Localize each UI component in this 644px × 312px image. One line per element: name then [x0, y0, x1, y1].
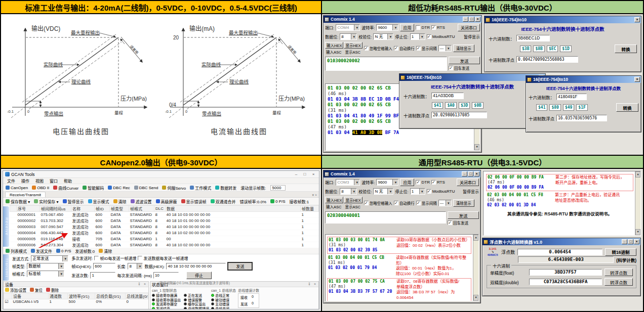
close-port-button[interactable]: 关闭串口 — [458, 24, 480, 31]
close-button[interactable] — [634, 17, 640, 22]
work-item[interactable]: 工作模式 — [190, 185, 211, 191]
port-select[interactable]: COM4 — [336, 24, 360, 31]
toolbar-item[interactable]: 发送帧数:0 — [75, 248, 95, 254]
column-header[interactable]: 帧数量 — [301, 206, 319, 212]
show-asc-option[interactable]: 显示ASC — [344, 204, 362, 209]
frame-id-input[interactable]: 600 — [93, 263, 115, 270]
table-row[interactable]: 00000001075.067.450发送成功600DATASTANDARD84… — [10, 212, 319, 218]
menu-item[interactable]: 帮助 — [64, 178, 72, 184]
maximize-button[interactable] — [468, 171, 473, 176]
title-bar[interactable]: Commix 1.4 — [324, 170, 480, 177]
maximize-button[interactable] — [628, 239, 633, 244]
parity-select[interactable]: N 无 — [373, 33, 393, 40]
listm-item[interactable]: 列表模式 — [6, 248, 27, 254]
convert-button[interactable]: 转换 — [615, 44, 637, 53]
dtr-checkbox[interactable]: DTR — [416, 25, 429, 30]
length-select[interactable]: 8 — [128, 263, 143, 270]
del-item[interactable]: 删除 — [46, 287, 59, 293]
hex-input[interactable]: 41A03D0B — [431, 93, 464, 99]
enter-send-checkbox[interactable]: 回车发送 — [449, 65, 480, 71]
menu-item[interactable]: 窗口 — [50, 178, 58, 184]
double-to-float-button[interactable]: 转浮点数 — [605, 278, 633, 286]
send-frame-button[interactable]: 发送 — [227, 262, 253, 271]
tab-receive-vertical[interactable]: Receive — [3, 206, 9, 247]
send-times-input[interactable]: 1 — [90, 272, 115, 279]
title-bar[interactable]: GCAN Tools – □ × — [3, 171, 319, 178]
title-bar[interactable]: 16(IEEE-754)to10 — [399, 74, 545, 81]
column-header[interactable]: 帧ID — [95, 206, 110, 212]
sendf-item[interactable]: 发送文件 — [31, 248, 52, 254]
send-input[interactable]: 020300040001 — [325, 211, 446, 224]
column-header[interactable]: 总线流量(0/1) — [126, 293, 148, 299]
stopbits-select[interactable]: 1 — [410, 33, 425, 40]
column-header[interactable]: DLC — [154, 206, 166, 212]
tab-receive-transmit[interactable]: Receive/Transmit — [5, 192, 46, 197]
maximize-button[interactable]: □ — [301, 172, 308, 176]
pause-display-button[interactable]: 暂停显示 — [463, 189, 479, 194]
column-header[interactable]: 数据 — [166, 206, 301, 212]
input-asc-option[interactable]: 输入ASC — [325, 49, 343, 55]
maximize-button[interactable] — [469, 17, 474, 22]
parity-select[interactable]: N 无 — [373, 188, 393, 195]
column-header[interactable]: 帧格式 — [129, 206, 154, 212]
input-hex-option[interactable]: 输入HEX — [325, 197, 343, 203]
canopen-item[interactable]: CanOpen — [6, 185, 28, 191]
dtr-checkbox[interactable]: DTR — [416, 180, 429, 185]
table-row[interactable]: 00000003007.090.547发送成功600DATASTANDARD84… — [10, 224, 319, 230]
show-asc-option[interactable]: 显示ASC — [344, 49, 362, 55]
toolbar-item[interactable]: 错误帧率:0.0% — [240, 199, 266, 204]
rtsave-item[interactable]: 实时保存 ▾ — [34, 199, 58, 204]
frame-format-select[interactable]: 标准帧 — [27, 271, 64, 277]
to-hex-button[interactable]: 转16进制 — [605, 248, 636, 256]
column-header[interactable]: 通道数 — [49, 293, 68, 299]
databits-select[interactable]: 8 — [340, 188, 357, 195]
rts-checkbox[interactable]: RTS — [431, 25, 445, 30]
stopbits-select[interactable]: 1 — [410, 188, 425, 195]
column-header[interactable]: 帧间隔时间us — [40, 206, 71, 212]
frame-type-select[interactable]: 数据帧 — [27, 263, 64, 270]
serial-output-area[interactable]: 01 03 00 03 00 01 74 0A(31 ms)01 03 02 0… — [325, 234, 479, 301]
baud-select[interactable]: 9600 — [376, 179, 398, 186]
send-input[interactable]: 010300020002 — [325, 57, 447, 71]
baud-select[interactable]: 9600 — [376, 24, 398, 31]
save-item[interactable]: 保存数据 ▾ — [6, 199, 30, 204]
up-item[interactable]: 0 P/S — [270, 199, 286, 204]
ignore-space-checkbox[interactable]: 忽略空格输入 — [364, 200, 392, 206]
table-row[interactable]: ☑USBCAN-I-V515000%0 — [4, 299, 148, 304]
column-header[interactable]: 帧类型 — [110, 206, 129, 212]
table-row[interactable]: 00000005019.116.246接收705DATASTANDARD1001 — [10, 236, 319, 242]
dbcsend-item[interactable]: DBC Send — [134, 185, 158, 191]
wordwrap-checkbox[interactable]: 自动换行 — [394, 200, 415, 206]
table-row[interactable]: 00000002013.703.302发送成功600DATASTANDARD84… — [10, 218, 319, 224]
minimize-button[interactable] — [622, 239, 627, 244]
hex-asc-selector[interactable]: 输入HEX 显示HEX 输入ASC 显示ASC — [325, 42, 363, 55]
column-header[interactable] — [4, 293, 12, 299]
scrollbar[interactable] — [635, 171, 640, 235]
column-header[interactable]: 波特率(0/1) — [68, 293, 95, 299]
single-to-float-button[interactable]: 转浮点数 — [605, 269, 633, 276]
clear-display-button[interactable]: 清除显示 — [453, 199, 474, 207]
enter-send-checkbox[interactable]: 回车发送 — [448, 220, 479, 226]
pause2-item[interactable]: 暂停显示 — [63, 199, 84, 204]
tabstrip-controls[interactable]: ▾ × — [312, 193, 317, 197]
apply-button[interactable]: 应用 — [400, 24, 414, 31]
wordwrap-checkbox[interactable]: 自动换行 — [394, 46, 415, 51]
menu-item[interactable]: 操作 — [21, 178, 29, 184]
dec-output[interactable]: 16.0357036590576 — [556, 115, 607, 121]
table-row[interactable]: 00000006540.273.304发送成功600DATASTANDARD84… — [10, 242, 319, 248]
interval-checkbox[interactable]: 显示间隔 — [416, 46, 437, 51]
table-row[interactable]: 00000004006.430.442发送成功600DATASTANDARD84… — [10, 230, 319, 236]
minimize-button[interactable]: – — [293, 172, 300, 176]
databits-select[interactable]: 8 — [340, 33, 357, 40]
fwd-item[interactable]: 数据转发 — [215, 185, 236, 191]
title-bar[interactable]: Commix 1.4 — [324, 16, 481, 23]
toolbar-item[interactable]: 接收帧数:1 — [290, 199, 309, 204]
down-item[interactable]: 0 P/S — [56, 249, 71, 253]
minimize-button[interactable] — [463, 17, 468, 22]
tab-transmit-vertical[interactable]: Transmit — [3, 254, 9, 281]
column-header[interactable]: 总线负载(0/1) — [95, 293, 126, 299]
send-interval-input[interactable]: 10 — [153, 272, 179, 279]
dispm-item[interactable]: 显示模式 — [88, 199, 109, 204]
add-item[interactable]: 添加/设置 — [5, 287, 26, 293]
servo-item[interactable]: 伺服Servo — [162, 185, 186, 191]
